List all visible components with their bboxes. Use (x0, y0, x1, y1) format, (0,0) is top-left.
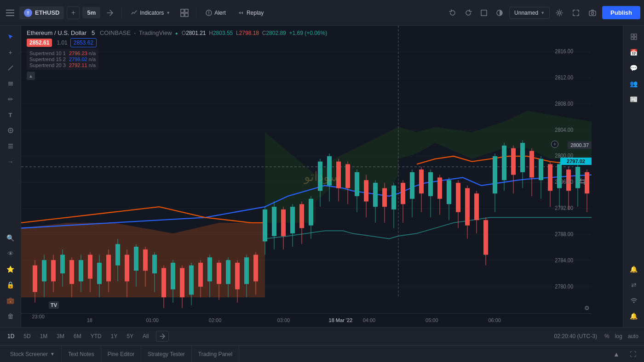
period-1m[interactable]: 1M (36, 331, 52, 341)
indicators-button[interactable]: Indicators ▼ (126, 7, 175, 18)
tab-expand-btn[interactable]: ⛶ (626, 347, 640, 362)
undo-button[interactable] (446, 6, 460, 20)
eye-tool[interactable]: 👁 (3, 246, 18, 261)
stock-screener-arrow: ▼ (50, 351, 55, 356)
tab-text-notes[interactable]: Text Notes (62, 346, 101, 362)
period-ytd[interactable]: YTD (87, 331, 105, 341)
theme-icon[interactable] (493, 6, 506, 20)
line-tool[interactable] (3, 61, 18, 75)
tab-pine-editor[interactable]: Pine Editor (101, 346, 142, 362)
rt-chat-icon[interactable]: 💬 (627, 61, 641, 75)
rt-layout-icon[interactable] (627, 29, 641, 44)
camera-button[interactable] (586, 6, 599, 20)
cursor-tool[interactable] (3, 29, 18, 44)
svg-rect-66 (134, 247, 138, 271)
tab-collapse-btn[interactable]: ▲ (609, 347, 624, 362)
pct-button[interactable]: % (603, 332, 611, 340)
compare-icon[interactable] (103, 6, 117, 20)
tab-stock-screener[interactable]: Stock Screener ▼ (4, 346, 62, 362)
alert-button[interactable]: Alert (201, 7, 230, 18)
period-1y[interactable]: 1Y (107, 331, 121, 341)
trash-tool[interactable]: 🗑 (3, 309, 18, 323)
period-all[interactable]: All (139, 331, 152, 341)
period-5y[interactable]: 5Y (123, 331, 137, 341)
svg-rect-116 (364, 180, 368, 201)
rt-bell-icon[interactable]: 🔔 (627, 309, 641, 323)
measure-tool[interactable] (3, 123, 18, 138)
svg-rect-114 (355, 172, 359, 196)
pencil-tool[interactable]: ✏ (3, 92, 18, 107)
menu-icon[interactable] (4, 6, 17, 19)
svg-rect-120 (382, 188, 387, 207)
expand-arrows[interactable]: ⇆ (579, 176, 586, 187)
chart-ohlc: O2801.21 H2803.55 L2798.18 C2802.89 +1.6… (182, 30, 327, 36)
price-plus-icon[interactable]: + (551, 141, 558, 148)
compare-period-icon[interactable] (156, 331, 169, 342)
tab-strategy-tester[interactable]: Strategy Tester (141, 346, 191, 362)
replay-label: Replay (247, 10, 264, 16)
layout-icon[interactable] (178, 6, 191, 20)
svg-rect-62 (115, 244, 120, 265)
svg-rect-142 (483, 220, 488, 255)
square-icon[interactable] (477, 6, 491, 20)
watchlist-tool[interactable]: ⭐ (3, 262, 18, 277)
fib-tool[interactable] (3, 139, 18, 153)
period-3m[interactable]: 3M (53, 331, 68, 341)
svg-point-10 (558, 11, 561, 14)
svg-rect-24 (634, 34, 637, 36)
period-1d[interactable]: 1D (4, 331, 18, 341)
svg-rect-4 (185, 9, 188, 12)
svg-rect-68 (143, 249, 148, 271)
timeframe-selector[interactable]: 5m (82, 7, 100, 18)
svg-rect-0 (6, 10, 14, 11)
fullscreen-button[interactable] (569, 6, 583, 20)
rt-people-icon[interactable]: 👥 (627, 76, 641, 91)
time-axis: 23:00 18 01:00 02:00 03:00 18 Mar '22 04… (21, 313, 592, 327)
tab-bar: Stock Screener ▼ Text Notes Pine Editor … (0, 345, 644, 362)
svg-rect-46 (42, 260, 46, 281)
rt-calendar-icon[interactable]: 📅 (627, 45, 641, 60)
publish-button[interactable]: Publish (602, 6, 640, 19)
svg-rect-144 (493, 156, 497, 193)
redo-button[interactable] (461, 6, 475, 20)
hline-tool[interactable] (3, 76, 18, 91)
svg-text:2796.00: 2796.00 (555, 179, 573, 186)
period-5d[interactable]: 5D (20, 331, 34, 341)
top-bar: Ξ ETHUSD + 5m Indicators ▼ Alert (0, 0, 644, 26)
auto-button[interactable]: auto (626, 332, 640, 340)
svg-rect-56 (88, 255, 92, 278)
add-symbol-button[interactable]: + (67, 6, 80, 19)
briefcase-tool[interactable]: 💼 (3, 293, 18, 308)
symbol-selector[interactable]: Ξ ETHUSD (19, 6, 64, 19)
collapse-btn[interactable]: ▲ (27, 72, 35, 80)
magnify-tool[interactable]: 🔍 (3, 231, 18, 245)
time-label-date: 18 Mar '22 (329, 317, 353, 323)
rt-wifi-icon[interactable] (627, 293, 641, 308)
svg-rect-138 (465, 188, 470, 226)
arrow-tool[interactable]: → (3, 154, 18, 169)
svg-rect-44 (33, 266, 37, 292)
log-button[interactable]: log (613, 332, 624, 340)
replay-button[interactable]: Replay (233, 7, 268, 18)
svg-rect-60 (106, 255, 111, 281)
rt-news-icon[interactable]: 📰 (627, 92, 641, 107)
svg-text:2808.00: 2808.00 (555, 100, 573, 107)
rt-alert-icon[interactable]: 🔔 (627, 262, 641, 277)
svg-text:2788.00: 2788.00 (555, 231, 573, 238)
svg-rect-106 (318, 162, 322, 191)
lock-tool[interactable]: 🔒 (3, 277, 18, 292)
crosshair-tool[interactable]: + (3, 45, 18, 60)
svg-rect-50 (60, 255, 65, 273)
unnamed-selector[interactable]: Unnamed ▼ (509, 7, 550, 19)
chart-settings-gear[interactable]: ⚙ (584, 305, 590, 311)
svg-rect-146 (502, 146, 506, 180)
svg-rect-140 (474, 193, 479, 220)
supertrend-1: Supertrend 10 1 2796.23 n/a (29, 51, 96, 56)
period-6m[interactable]: 6M (70, 331, 85, 341)
svg-rect-84 (217, 263, 221, 284)
svg-rect-104 (309, 199, 313, 226)
settings-button[interactable] (552, 6, 566, 20)
text-tool[interactable]: T (3, 107, 18, 122)
tab-trading-panel[interactable]: Trading Panel (192, 346, 239, 362)
rt-arrows-icon[interactable]: ⇄ (627, 277, 641, 292)
